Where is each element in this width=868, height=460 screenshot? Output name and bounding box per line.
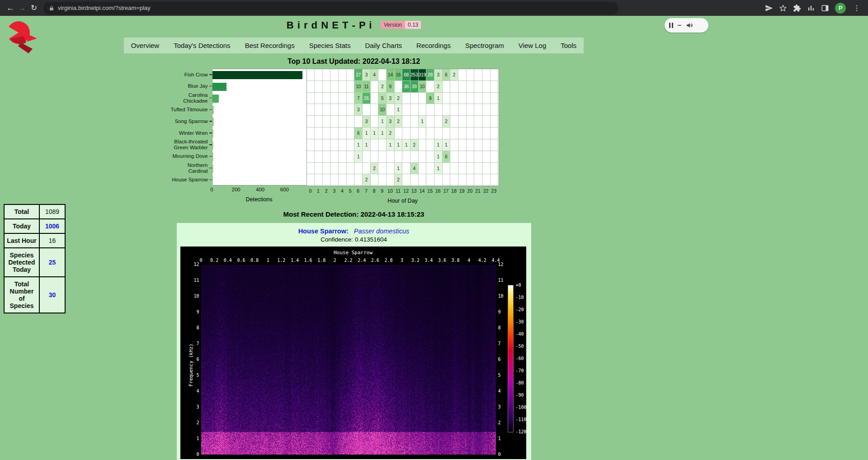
url-bar[interactable]: virginia.birdnetpi.com/?stream=play xyxy=(43,2,618,14)
spec-y-tick: 12 xyxy=(191,262,199,267)
heatmap-cell: 26 xyxy=(363,93,371,104)
heatmap-cell: 4 xyxy=(371,69,379,81)
heatmap-cell xyxy=(458,163,467,175)
spec-x-tick: 3 xyxy=(401,258,403,263)
spec-x-tick: 0 xyxy=(199,258,202,263)
heatmap-cell xyxy=(347,93,355,104)
profile-avatar[interactable]: P xyxy=(835,3,846,14)
media-controls-icon[interactable] xyxy=(807,4,815,12)
back-button[interactable]: ← xyxy=(5,0,16,16)
nav-item-today-s-detections[interactable]: Today's Detections xyxy=(166,38,237,53)
heatmap-cell xyxy=(323,174,331,186)
volume-icon[interactable] xyxy=(686,21,694,29)
spec-y-tick: 3 xyxy=(191,404,199,409)
top10-chart: Fish CrowBlue JayCarolina ChickadeeTufte… xyxy=(0,69,687,204)
heatmap-cell: 1 xyxy=(434,163,443,175)
heatmap-cell xyxy=(443,104,451,116)
heatmap-cell: 2 xyxy=(395,174,403,186)
spectrogram-title: House Sparrow xyxy=(180,250,526,256)
send-icon[interactable] xyxy=(765,4,773,12)
extensions-icon[interactable] xyxy=(793,4,801,12)
spec-x-tick: 1.4 xyxy=(291,258,299,263)
heatmap-cell xyxy=(426,116,434,128)
heatmap-cell xyxy=(402,93,410,104)
spec-y-tick: 2 xyxy=(498,420,506,425)
bookmark-star-icon[interactable] xyxy=(779,4,787,12)
stat-value[interactable]: 25 xyxy=(39,248,65,277)
stat-value[interactable]: 30 xyxy=(39,277,65,313)
nav-item-tools[interactable]: Tools xyxy=(553,38,584,53)
side-panel-icon[interactable] xyxy=(821,4,829,12)
heatmap-cell xyxy=(450,93,458,104)
heatmap-cell: 1 xyxy=(395,104,403,116)
detections-bar xyxy=(212,176,213,184)
spec-x-tick: 3.6 xyxy=(438,258,446,263)
heatmap-cell: 1 xyxy=(378,128,387,139)
spec-y-tick: 8 xyxy=(191,325,199,330)
heatmap-cell xyxy=(387,104,395,116)
stats-row: Total Number of Species30 xyxy=(4,277,65,313)
heatmap-cell: 1 xyxy=(434,151,443,163)
heatmap-cell xyxy=(458,174,467,186)
heatmap-cell xyxy=(419,104,427,116)
heatmap-cell xyxy=(323,139,331,151)
heatmap-cell: 5 xyxy=(378,93,387,104)
nav-item-best-recordings[interactable]: Best Recordings xyxy=(238,38,302,53)
detections-bar xyxy=(212,153,213,161)
nav-item-recordings[interactable]: Recordings xyxy=(409,38,458,53)
heatmap-cell xyxy=(323,93,331,104)
heatmap-cell xyxy=(426,128,434,139)
audio-player[interactable] xyxy=(665,18,708,33)
heatmap-cell: 3 xyxy=(363,116,371,128)
colorbar-tick: -60 xyxy=(516,356,524,361)
reload-button[interactable]: ↻ xyxy=(28,0,40,16)
nav-item-overview[interactable]: Overview xyxy=(124,38,167,53)
pause-icon[interactable] xyxy=(669,23,673,28)
heatmap-cell xyxy=(402,116,410,128)
heatmap-cell xyxy=(323,163,331,175)
nav-item-spectrogram[interactable]: Spectrogram xyxy=(458,38,511,53)
stat-value[interactable]: 1006 xyxy=(39,219,65,233)
spec-y-tick: 10 xyxy=(498,294,506,299)
heatmap-cell: 6 xyxy=(354,128,363,139)
heatmap-cell xyxy=(410,128,419,139)
heatmap-cell xyxy=(395,81,403,93)
nav-item-view-log[interactable]: View Log xyxy=(511,38,553,53)
nav-item-species-stats[interactable]: Species Stats xyxy=(302,38,358,53)
url-text[interactable]: virginia.birdnetpi.com/?stream=play xyxy=(58,5,151,11)
heatmap-cell xyxy=(315,128,323,139)
spec-x-tick: 2.8 xyxy=(384,258,392,263)
browser-menu-icon[interactable]: ⋮ xyxy=(852,4,862,12)
heatmap-cell xyxy=(419,151,427,163)
heatmap-cell xyxy=(347,69,355,81)
heatmap-cell xyxy=(330,128,339,139)
colorbar-tick: -30 xyxy=(516,319,524,324)
heatmap-cell xyxy=(378,69,387,81)
heatmap-cell: 11 xyxy=(363,81,371,93)
hour-label: 20 xyxy=(466,188,474,194)
heatmap-cell xyxy=(443,128,451,139)
detections-bar xyxy=(212,83,227,91)
detections-axis-label: Detections xyxy=(212,196,307,203)
top10-heading: Top 10 Last Updated: 2022-04-13 18:12 xyxy=(0,57,708,66)
heatmap-cell xyxy=(474,69,482,81)
nav-item-daily-charts[interactable]: Daily Charts xyxy=(358,38,409,53)
spec-y-tick: 1 xyxy=(498,436,506,441)
bar-tick-label: 600 xyxy=(280,187,289,192)
spec-y-tick: 6 xyxy=(498,357,506,362)
detections-bar xyxy=(212,118,214,126)
heatmap-cell xyxy=(330,81,339,93)
heatmap-cell: 2 xyxy=(410,139,419,151)
hour-label: 8 xyxy=(370,188,378,194)
spec-y-tick: 3 xyxy=(498,404,506,409)
heatmap-cell: 2 xyxy=(363,174,371,186)
detections-bar xyxy=(212,95,219,103)
forward-button[interactable]: → xyxy=(16,0,28,16)
heatmap-cell xyxy=(482,151,491,163)
spec-y-tick: 9 xyxy=(191,309,199,314)
birdnetpi-logo xyxy=(4,19,38,53)
heatmap-cell xyxy=(467,128,475,139)
detection-common-name[interactable]: House Sparrow: xyxy=(298,228,349,235)
spec-x-tick: 4.2 xyxy=(478,258,486,263)
toolbar-actions: P ⋮ xyxy=(765,3,863,14)
